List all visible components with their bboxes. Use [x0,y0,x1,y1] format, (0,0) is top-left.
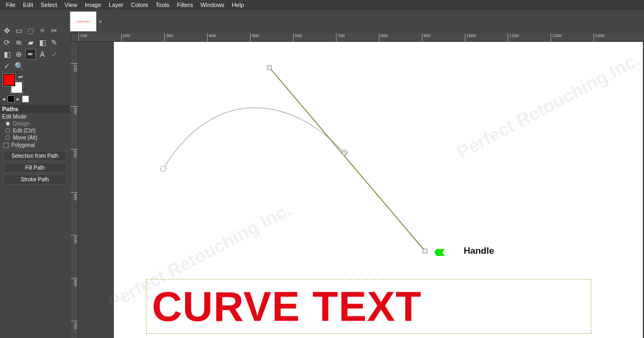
image-tab[interactable]: CURVE TEXT × [70,10,103,33]
ruler-tick: 300 [164,33,173,41]
ruler-tick: 100 [71,63,78,71]
polygonal-checkbox[interactable]: Polygonal [0,141,70,149]
paths-tool-icon[interactable]: ✒ [25,49,36,60]
mini-arrow-icon[interactable]: ▸ [17,95,20,102]
checkbox-icon [3,143,9,148]
bucket-tool-icon[interactable]: ▰ [25,37,36,48]
picker-tool-icon[interactable]: ✓ [2,61,12,71]
menu-file[interactable]: File [2,1,19,9]
ruler-corner [71,33,78,42]
fg-bg-color[interactable]: ⇄ [3,74,23,93]
svg-line-0 [269,68,425,251]
annotation-label: Handle [464,246,494,256]
text-bounding-box[interactable]: CURVE TEXT [146,279,591,334]
zoom-tool-icon[interactable]: 🔍 [13,61,24,71]
canvas-text[interactable]: CURVE TEXT [147,285,427,327]
ruler-tick: 1300 [594,33,605,41]
annotation-arrow-icon: «« [434,241,445,260]
menu-filters[interactable]: Filters [173,1,197,9]
menu-colors[interactable]: Colors [127,1,152,9]
rotate-tool-icon[interactable]: ⟳ [2,37,12,48]
canvas[interactable]: Perfect Retouching Inc. Perfect Retouchi… [114,42,643,338]
horizontal-ruler: 1002003004005006007008009001000110012001… [78,33,644,42]
ruler-tick: 400 [71,192,78,200]
swap-colors-icon[interactable]: ⇄ [18,74,23,80]
brush-tool-icon[interactable]: ✎ [49,37,60,48]
ruler-tick: 1100 [508,33,519,41]
ruler-tick: 500 [71,235,78,243]
mode-edit[interactable]: Edit (Ctrl) [0,127,70,134]
edit-mode-label: Edit Mode [0,113,70,120]
measure-tool-icon[interactable]: ⟋ [49,49,60,60]
paths-panel-title: Paths [0,105,70,113]
ruler-tick: 200 [71,106,78,114]
clone-tool-icon[interactable]: ⊕ [13,49,24,60]
svg-rect-4 [423,249,427,253]
mini-arrow-icon[interactable]: ◂ [2,95,5,102]
ruler-tick: 800 [379,33,387,41]
lasso-tool-icon[interactable]: ◌ [25,25,36,36]
gradient-tool-icon[interactable]: ◧ [37,37,48,48]
ruler-tick: 200 [121,33,130,41]
menu-help[interactable]: Help [228,1,248,9]
radio-icon [5,128,10,133]
ruler-tick: 100 [78,33,87,41]
crop-tool-icon[interactable]: ✂ [49,25,60,36]
ruler-tick: 500 [250,33,259,41]
ruler-tick: 1000 [465,33,476,41]
rect-select-tool-icon[interactable]: ▭ [13,25,24,36]
ruler-tick: 700 [336,33,345,41]
close-tab-icon[interactable]: × [98,19,103,24]
warp-tool-icon[interactable]: ≋ [13,37,24,48]
ruler-tick: 600 [293,33,302,41]
selection-from-path-button[interactable]: Selection from Path [3,151,67,161]
svg-point-3 [342,150,347,156]
mode-move[interactable]: Move (Alt) [0,134,70,141]
ruler-tick: 700 [71,321,78,329]
ruler-tick: 900 [422,33,430,41]
image-thumbnail: CURVE TEXT [70,11,97,32]
eraser-tool-icon[interactable]: ◧ [2,49,12,60]
mini-swatch-bar: ◂ ▸ [0,94,70,104]
svg-rect-1 [267,65,272,70]
menu-image[interactable]: Image [81,1,105,9]
menu-edit[interactable]: Edit [19,1,37,9]
canvas-viewport[interactable]: Perfect Retouching Inc. Perfect Retouchi… [78,42,644,338]
toolbox: ✥ ▭ ◌ ✧ ✂ ⟳ ≋ ▰ ◧ ✎ ◧ ⊕ ✒ A ⟋ ✓ 🔍 ⇄ ◂ ▸ … [0,24,70,186]
radio-icon [5,135,10,140]
fill-path-button[interactable]: Fill Path [3,163,67,173]
mode-design[interactable]: Design [0,120,70,127]
move-tool-icon[interactable]: ✥ [2,25,12,36]
ruler-tick: 1200 [551,33,562,41]
stroke-path-button[interactable]: Stroke Path [3,174,67,185]
menu-tools[interactable]: Tools [152,1,173,9]
menu-bar: File Edit Select View Image Layer Colors… [0,0,644,10]
menu-view[interactable]: View [61,1,81,9]
radio-icon [5,121,10,126]
ruler-tick: 300 [71,149,78,157]
menu-select[interactable]: Select [37,1,61,9]
menu-windows[interactable]: Windows [196,1,228,9]
menu-layer[interactable]: Layer [105,1,128,9]
svg-point-2 [160,166,166,172]
mini-swatch-white[interactable] [22,95,29,102]
wand-tool-icon[interactable]: ✧ [37,25,48,36]
text-tool-icon[interactable]: A [37,49,48,60]
ruler-tick: 600 [71,278,78,286]
fg-color-swatch[interactable] [3,74,15,86]
mini-swatch-black[interactable] [8,95,14,102]
tool-grid: ✥ ▭ ◌ ✧ ✂ ⟳ ≋ ▰ ◧ ✎ ◧ ⊕ ✒ A ⟋ ✓ 🔍 [0,24,70,73]
ruler-tick: 400 [207,33,216,41]
vertical-ruler: 100200300400500600700 [71,42,78,338]
